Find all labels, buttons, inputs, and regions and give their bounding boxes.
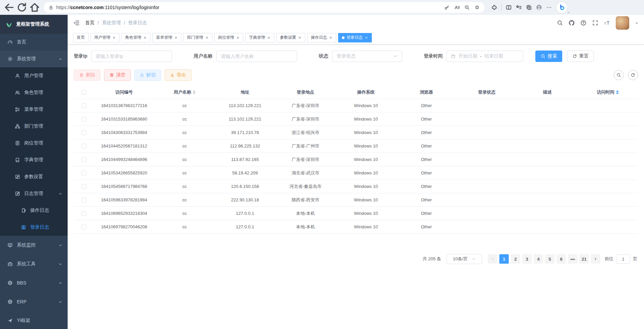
goto-page-input[interactable] <box>616 254 630 264</box>
tab-首页[interactable]: 首页 <box>73 33 88 42</box>
sort-carets-icon[interactable] <box>616 90 619 94</box>
reset-button[interactable]: 重置 <box>567 51 594 62</box>
row-checkbox[interactable] <box>81 117 86 122</box>
browser-essentials-icon[interactable] <box>491 4 497 10</box>
select-all-checkbox[interactable] <box>81 90 86 95</box>
tab-字典管理[interactable]: 字典管理 <box>245 33 274 42</box>
row-checkbox[interactable] <box>81 130 86 135</box>
row-checkbox[interactable] <box>81 211 86 216</box>
sidebar-item-operation-log[interactable]: 操作日志 <box>0 202 68 219</box>
page-size-select[interactable]: 10条/页 <box>446 254 482 264</box>
search-button[interactable]: 搜索 <box>535 51 562 62</box>
delete-button[interactable]: 删除 <box>74 69 101 81</box>
copilot-caret-icon[interactable] <box>567 11 570 14</box>
unlock-button[interactable]: 解锁 <box>134 69 161 81</box>
refresh-table-button[interactable] <box>628 70 638 80</box>
column-header-time[interactable]: 访问时间 <box>577 89 638 95</box>
read-aloud-icon[interactable] <box>454 5 460 10</box>
page-button-21[interactable]: 21 <box>579 254 589 264</box>
close-icon[interactable] <box>236 36 240 39</box>
sidebar-item-bbs[interactable]: BBS <box>0 273 68 292</box>
sidebar-item-post-mgmt[interactable]: 岗位管理 <box>0 135 68 152</box>
date-range-picker[interactable]: 开始日期 - 结束日期 <box>446 51 523 62</box>
page-button-1[interactable]: 1 <box>499 254 509 264</box>
sidebar-item-yi-framework[interactable]: Yi框架 <box>0 311 68 329</box>
app-logo[interactable]: 意框架管理系统 <box>0 15 68 34</box>
key-icon[interactable] <box>444 5 450 10</box>
toggle-search-button[interactable] <box>614 70 624 80</box>
clear-button[interactable]: 清空 <box>104 69 131 81</box>
close-icon[interactable] <box>267 36 271 39</box>
user-name-input[interactable] <box>216 51 297 62</box>
tab-用户管理[interactable]: 用户管理 <box>91 33 119 42</box>
row-checkbox[interactable] <box>81 171 86 175</box>
copilot-icon[interactable] <box>556 2 568 13</box>
url-text[interactable]: https://ccnetcore.com:1101/system/log/lo… <box>56 5 441 10</box>
row-checkbox[interactable] <box>81 184 86 189</box>
address-bar[interactable]: https://ccnetcore.com:1101/system/log/lo… <box>44 2 485 13</box>
page-button-5[interactable]: 5 <box>545 254 554 264</box>
tab-登录日志[interactable]: 登录日志 <box>338 33 372 42</box>
breadcrumb-home[interactable]: 首页 <box>85 20 95 26</box>
close-icon[interactable] <box>298 36 301 39</box>
prev-page-button[interactable] <box>488 254 497 264</box>
login-ip-input[interactable] <box>91 51 172 62</box>
tab-部门管理[interactable]: 部门管理 <box>183 33 212 42</box>
page-button-6[interactable]: 6 <box>557 254 566 264</box>
font-size-icon[interactable]: TT <box>604 20 610 26</box>
sidebar-item-log-mgmt[interactable]: 日志管理 <box>0 185 68 202</box>
question-icon[interactable] <box>580 20 586 26</box>
sidebar-item-user-mgmt[interactable]: 用户管理 <box>0 67 68 84</box>
status-select[interactable]: 登录状态 <box>332 51 402 62</box>
page-button-3[interactable]: 3 <box>522 254 532 264</box>
sidebar-item-login-log[interactable]: 登录日志 <box>0 219 68 236</box>
sidebar-item-menu-mgmt[interactable]: 菜单管理 <box>0 101 68 118</box>
avatar[interactable] <box>616 16 629 30</box>
sidebar-item-param-settings[interactable]: 参数设置 <box>0 168 68 185</box>
collections-icon[interactable] <box>526 4 532 10</box>
sidebar-item-system-tools[interactable]: 系统工具 <box>0 255 68 273</box>
close-icon[interactable] <box>329 36 332 39</box>
github-icon[interactable] <box>569 20 575 26</box>
sidebar-item-system-mgmt[interactable]: 系统管理 <box>0 51 68 67</box>
close-icon[interactable] <box>205 36 209 39</box>
sidebar-item-erp[interactable]: ERP <box>0 292 68 311</box>
row-checkbox[interactable] <box>81 103 86 108</box>
row-checkbox[interactable] <box>81 198 86 202</box>
add-favorite-icon[interactable] <box>474 5 480 10</box>
sort-carets-icon[interactable] <box>193 90 195 94</box>
sidebar-item-dict-mgmt[interactable]: 字典管理 <box>0 152 68 168</box>
export-button[interactable]: 导出 <box>165 69 191 81</box>
home-icon[interactable] <box>29 2 40 13</box>
back-icon[interactable] <box>3 2 15 13</box>
column-header-user[interactable]: 用户名称 <box>154 89 215 95</box>
tab-岗位管理[interactable]: 岗位管理 <box>214 33 243 42</box>
tab-角色管理[interactable]: 角色管理 <box>121 33 150 42</box>
pager-ellipsis[interactable]: ••• <box>568 254 577 264</box>
sidebar-item-system-monitor[interactable]: 系统监控 <box>0 236 68 255</box>
tab-菜单管理[interactable]: 菜单管理 <box>152 33 181 42</box>
sidebar-item-role-mgmt[interactable]: 角色管理 <box>0 84 68 101</box>
page-button-4[interactable]: 4 <box>534 254 543 264</box>
profile-icon[interactable] <box>536 4 542 10</box>
row-checkbox[interactable] <box>81 225 86 229</box>
sidebar-item-dept-mgmt[interactable]: 部门管理 <box>0 118 68 135</box>
avatar-caret-icon[interactable] <box>635 21 639 25</box>
search-icon[interactable] <box>557 20 563 26</box>
close-icon[interactable] <box>365 36 368 39</box>
row-checkbox[interactable] <box>81 144 86 149</box>
tab-操作日志[interactable]: 操作日志 <box>307 33 336 42</box>
hamburger-icon[interactable] <box>73 20 80 26</box>
page-button-2[interactable]: 2 <box>511 254 520 264</box>
zoom-out-icon[interactable] <box>464 5 470 10</box>
close-icon[interactable] <box>143 36 147 39</box>
refresh-icon[interactable] <box>16 2 28 13</box>
next-page-button[interactable] <box>591 254 600 264</box>
sidebar-item-home[interactable]: 首页 <box>0 34 68 51</box>
close-icon[interactable] <box>174 36 178 39</box>
favorites-icon[interactable] <box>516 4 522 10</box>
ellipsis-icon[interactable] <box>546 4 552 10</box>
close-icon[interactable] <box>112 36 116 39</box>
row-checkbox[interactable] <box>81 157 86 162</box>
fullscreen-icon[interactable] <box>592 20 598 26</box>
